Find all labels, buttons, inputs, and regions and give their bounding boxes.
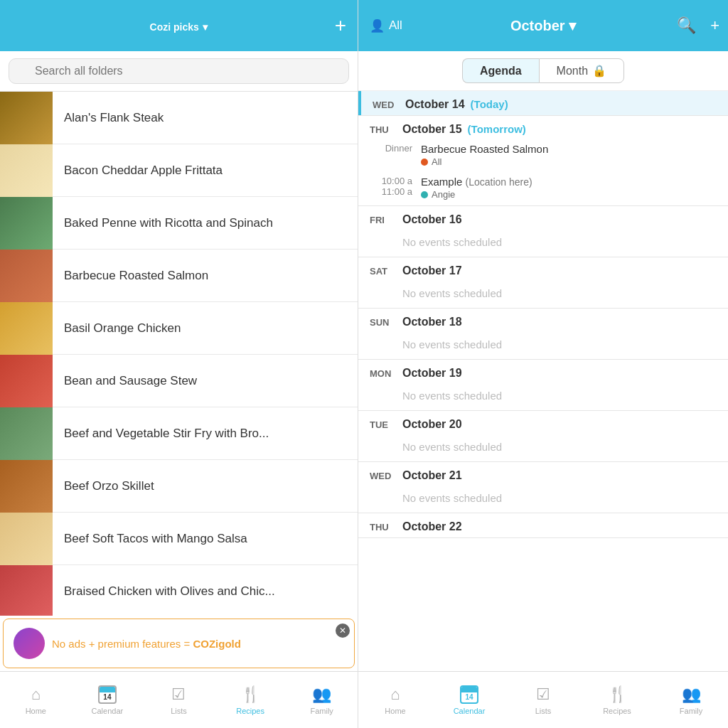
nav-label: Lists xyxy=(171,707,187,715)
recipe-name: Beef Soft Tacos with Mango Salsa xyxy=(53,532,358,546)
agenda-event[interactable]: 10:00 a 11:00 a Example (Location here) … xyxy=(358,173,728,205)
day-abbr: SAT xyxy=(370,266,402,277)
nav-item-calendar[interactable]: 14 Calendar xyxy=(72,672,144,728)
folder-dropdown-arrow[interactable]: ▾ xyxy=(203,21,208,33)
recipe-name: Alan's Flank Steak xyxy=(53,111,358,125)
agenda-day: TUE October 20 No events scheduled xyxy=(358,411,728,462)
nav-label: Calendar xyxy=(92,707,124,715)
agenda-day-header[interactable]: THU October 15 (Tomorrow) xyxy=(358,116,728,140)
recipe-item[interactable]: Bacon Cheddar Apple Frittata xyxy=(0,144,358,197)
add-recipe-button[interactable]: + xyxy=(335,14,346,37)
nav-label: Recipes xyxy=(603,707,631,715)
recipe-item[interactable]: Beef Soft Tacos with Mango Salsa xyxy=(0,513,358,565)
nav-label: Home xyxy=(26,707,46,715)
view-toggle: Agenda Month 🔒 xyxy=(358,51,728,91)
event-dot xyxy=(421,191,428,198)
agenda-day-header[interactable]: MON October 19 xyxy=(358,360,728,384)
event-time: 10:00 a 11:00 a xyxy=(370,176,412,200)
event-detail: Barbecue Roasted Salmon All xyxy=(421,143,717,167)
nav-label: Lists xyxy=(535,707,552,715)
nav-label: Home xyxy=(385,707,405,715)
agenda-day: THU October 22 xyxy=(358,513,728,538)
recipe-item[interactable]: Basil Orange Chicken xyxy=(0,302,358,355)
nav-item-family[interactable]: 👥 Family xyxy=(286,672,358,728)
nav-icon: ⌂ xyxy=(390,685,400,704)
day-abbr: MON xyxy=(370,368,402,379)
agenda-day: WED October 14 (Today) xyxy=(358,91,728,116)
ad-close-button[interactable]: ✕ xyxy=(336,623,350,638)
recipe-item[interactable]: Baked Penne with Ricotta and Spinach xyxy=(0,197,358,250)
nav-item-lists[interactable]: ☑ Lists xyxy=(143,672,215,728)
recipe-thumbnail xyxy=(0,302,53,355)
event-title: Example (Location here) xyxy=(421,176,717,188)
right-panel: 👤 All October ▾ 🔍 + Agenda Month 🔒 WED O… xyxy=(358,0,728,728)
nav-label: Family xyxy=(680,707,702,715)
agenda-day-header[interactable]: WED October 21 xyxy=(358,462,728,486)
calendar-icon: 14 xyxy=(98,685,117,704)
day-date: October 22 xyxy=(402,520,462,533)
event-person: Angie xyxy=(432,189,455,200)
day-sub-label: (Tomorrow) xyxy=(468,123,526,135)
right-header-left[interactable]: 👤 All xyxy=(370,18,402,33)
right-nav-item-recipes[interactable]: 🍴 Recipes xyxy=(580,672,654,728)
right-header-actions: 🔍 + xyxy=(677,16,719,35)
day-abbr: WED xyxy=(370,471,402,481)
event-sub: All xyxy=(421,156,717,167)
left-bottom-nav: ⌂ Home 14 Calendar ☑ Lists 🍴 Recipes 👥 F… xyxy=(0,671,358,728)
day-date: October 14 xyxy=(405,98,465,111)
agenda-day-header[interactable]: WED October 14 (Today) xyxy=(358,91,728,115)
day-abbr: SUN xyxy=(370,317,402,328)
left-header: Cozi picks ▾ + xyxy=(0,0,358,51)
nav-icon: 🍴 xyxy=(608,685,627,704)
search-button[interactable]: 🔍 xyxy=(677,16,696,35)
month-title: October xyxy=(510,18,565,33)
agenda-day-header[interactable]: SUN October 18 xyxy=(358,309,728,333)
agenda-day-header[interactable]: FRI October 16 xyxy=(358,206,728,230)
recipe-item[interactable]: Braised Chicken with Olives and Chic... xyxy=(0,565,358,616)
day-abbr: TUE xyxy=(370,419,402,430)
recipe-item[interactable]: Beef Orzo Skillet xyxy=(0,460,358,513)
agenda-event[interactable]: Dinner Barbecue Roasted Salmon All xyxy=(358,140,728,173)
right-nav-item-lists[interactable]: ☑ Lists xyxy=(506,672,580,728)
nav-item-recipes[interactable]: 🍴 Recipes xyxy=(215,672,287,728)
ad-gold-label: COZigold xyxy=(193,638,241,650)
recipe-thumbnail xyxy=(0,460,53,513)
agenda-day-header[interactable]: TUE October 20 xyxy=(358,411,728,435)
recipe-item[interactable]: Alan's Flank Steak xyxy=(0,92,358,144)
event-title: Barbecue Roasted Salmon xyxy=(421,143,717,155)
month-dropdown-arrow: ▾ xyxy=(569,18,576,33)
person-icon: 👤 xyxy=(370,18,385,33)
add-event-button[interactable]: + xyxy=(710,16,719,35)
recipe-item[interactable]: Beef and Vegetable Stir Fry with Bro... xyxy=(0,407,358,460)
right-nav-item-calendar[interactable]: 14 Calendar xyxy=(432,672,506,728)
right-header-title[interactable]: October ▾ xyxy=(510,17,576,34)
nav-icon: 👥 xyxy=(312,685,331,704)
nav-item-home[interactable]: ⌂ Home xyxy=(0,672,72,728)
recipe-name: Beef and Vegetable Stir Fry with Bro... xyxy=(53,427,358,441)
recipe-item[interactable]: Barbecue Roasted Salmon xyxy=(0,250,358,302)
agenda-day-header[interactable]: THU October 22 xyxy=(358,513,728,537)
no-events-label: No events scheduled xyxy=(358,384,728,410)
day-date: October 17 xyxy=(402,264,462,277)
day-abbr: THU xyxy=(370,124,402,135)
event-person: All xyxy=(432,156,441,167)
recipe-thumbnail xyxy=(0,144,53,197)
recipe-thumbnail xyxy=(0,407,53,460)
recipe-item[interactable]: Bean and Sausage Stew xyxy=(0,355,358,407)
nav-label: Family xyxy=(310,707,333,715)
agenda-day: THU October 15 (Tomorrow) Dinner Barbecu… xyxy=(358,116,728,206)
right-bottom-nav: ⌂ Home 14 Calendar ☑ Lists 🍴 Recipes 👥 F… xyxy=(358,671,728,728)
right-nav-item-family[interactable]: 👥 Family xyxy=(654,672,728,728)
recipe-thumbnail xyxy=(0,565,53,616)
recipe-thumbnail xyxy=(0,355,53,407)
no-events-label: No events scheduled xyxy=(358,486,728,513)
agenda-day-header[interactable]: SAT October 17 xyxy=(358,257,728,282)
recipe-list: Alan's Flank Steak Bacon Cheddar Apple F… xyxy=(0,92,358,616)
recipe-thumbnail xyxy=(0,92,53,144)
right-nav-item-home[interactable]: ⌂ Home xyxy=(358,672,432,728)
day-abbr: WED xyxy=(373,100,405,110)
agenda-toggle-btn[interactable]: Agenda xyxy=(462,58,539,83)
day-sub-label: (Today) xyxy=(471,98,508,110)
search-input[interactable] xyxy=(9,58,349,84)
month-toggle-btn[interactable]: Month 🔒 xyxy=(539,58,624,83)
